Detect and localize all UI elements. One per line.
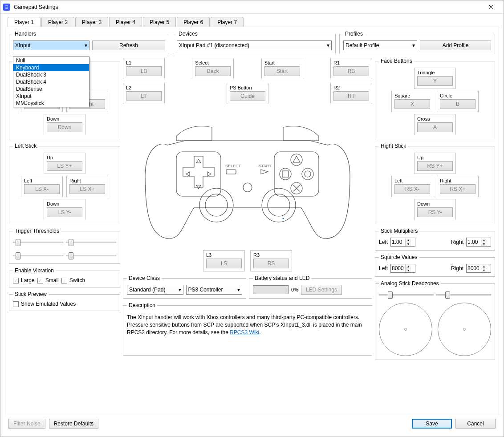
dpad-down-label: Down <box>47 116 82 121</box>
ps-label: PS Button <box>230 85 265 90</box>
ls-right-button[interactable]: LS X+ <box>69 184 105 194</box>
vibration-small-check[interactable]: ✓Small <box>37 277 59 283</box>
square-label: Square <box>394 93 430 98</box>
handler-opt-mmjoystick[interactable]: MMJoystick <box>13 100 89 107</box>
tab-player-7[interactable]: Player 7 <box>211 17 244 28</box>
ps-button[interactable]: Guide <box>230 91 265 101</box>
rs-left-label: Left <box>394 178 430 183</box>
spin-up-icon[interactable]: ▲ <box>481 264 487 268</box>
filter-noise-button[interactable]: Filter Noise <box>8 419 45 429</box>
save-button[interactable]: Save <box>412 419 452 429</box>
r3-button[interactable]: RS <box>253 259 289 268</box>
rs-up-button[interactable]: RS Y+ <box>417 161 453 171</box>
ls-down-button[interactable]: LS Y- <box>47 207 82 217</box>
start-button[interactable]: Start <box>264 66 300 76</box>
handler-combo[interactable]: XInput ▾ <box>13 40 89 50</box>
device-class-value: Standard (Pad) <box>129 287 165 293</box>
mult-left-input[interactable] <box>391 239 405 245</box>
r1-button[interactable]: RB <box>333 66 369 76</box>
add-profile-button[interactable]: Add Profile <box>420 40 491 50</box>
vibration-large-check[interactable]: ✓Large <box>13 277 35 283</box>
led-settings-button[interactable]: LED Settings <box>301 285 342 295</box>
spin-down-icon[interactable]: ▼ <box>481 242 487 246</box>
handler-selected: XInput <box>15 42 31 49</box>
ls-left-label: Left <box>24 178 60 183</box>
cross-button[interactable]: A <box>417 122 453 132</box>
device-class-combo[interactable]: Standard (Pad)▾ <box>127 285 183 295</box>
ls-up-button[interactable]: LS Y+ <box>47 161 82 171</box>
deadzones-group: Analog Stick Deadzones <box>375 280 495 360</box>
mult-right-spin[interactable]: ▲▼ <box>466 238 491 247</box>
tab-player-1[interactable]: Player 1 <box>8 17 41 28</box>
spin-down-icon[interactable]: ▼ <box>481 268 487 272</box>
refresh-button[interactable]: Refresh <box>92 40 165 50</box>
svg-point-6 <box>302 168 313 180</box>
show-emulated-check[interactable]: Show Emulated Values <box>13 301 116 307</box>
tab-player-6[interactable]: Player 6 <box>177 17 210 28</box>
l1-button[interactable]: LB <box>126 66 162 76</box>
chevron-down-icon: ▾ <box>237 287 240 293</box>
device-product-combo[interactable]: PS3 Controller▾ <box>186 285 243 295</box>
handler-opt-null[interactable]: Null <box>13 57 89 64</box>
left-trigger-slider-2[interactable] <box>13 251 63 260</box>
rpcs3-wiki-link[interactable]: RPCS3 Wiki <box>230 329 259 336</box>
handler-opt-dualsense[interactable]: DualSense <box>13 85 89 93</box>
square-button[interactable]: X <box>394 99 430 109</box>
tab-player-2[interactable]: Player 2 <box>41 17 74 28</box>
l3-button[interactable]: LS <box>206 259 242 268</box>
mult-right-label: Right <box>451 239 463 245</box>
left-trigger-slider[interactable] <box>13 238 63 247</box>
ls-left-button[interactable]: LS X- <box>24 184 60 194</box>
squircle-right-spin[interactable]: ▲▼ <box>466 264 491 273</box>
cancel-button[interactable]: Cancel <box>455 419 496 429</box>
device-class-legend: Device Class <box>127 275 162 281</box>
spin-up-icon[interactable]: ▲ <box>406 238 411 242</box>
spin-down-icon[interactable]: ▼ <box>406 242 411 246</box>
profile-combo[interactable]: Default Profile ▾ <box>343 40 417 50</box>
spin-up-icon[interactable]: ▲ <box>481 238 487 242</box>
vibration-switch-check[interactable]: Switch <box>61 277 85 283</box>
close-button[interactable] <box>481 1 501 13</box>
spin-up-icon[interactable]: ▲ <box>406 264 411 268</box>
tab-player-5[interactable]: Player 5 <box>143 17 176 28</box>
device-combo[interactable]: XInput Pad #1 (disconnected) ▾ <box>177 40 332 50</box>
svg-point-4 <box>280 168 291 180</box>
handler-opt-ds4[interactable]: DualShock 4 <box>13 78 89 85</box>
restore-defaults-button[interactable]: Restore Defaults <box>49 419 98 429</box>
ls-right-label: Right <box>69 178 105 183</box>
r2-button[interactable]: RT <box>333 91 369 101</box>
rs-right-button[interactable]: RS X+ <box>440 184 476 194</box>
rs-left-button[interactable]: RS X- <box>394 184 430 194</box>
right-trigger-slider[interactable] <box>66 238 116 247</box>
mult-left-spin[interactable]: ▲▼ <box>390 238 415 247</box>
handler-dropdown[interactable]: Null Keyboard DualShock 3 DualShock 4 Du… <box>13 57 89 107</box>
deadzone-right-slider[interactable] <box>436 290 491 299</box>
dpad-down-button[interactable]: Down <box>47 122 82 132</box>
deadzone-legend: Analog Stick Deadzones <box>379 280 441 287</box>
handler-opt-ds3[interactable]: DualShock 3 <box>13 71 89 78</box>
titlebar[interactable]: Gamepad Settings <box>0 0 504 14</box>
mult-right-input[interactable] <box>467 239 481 245</box>
description-text: The XInput handler will work with Xbox c… <box>127 314 368 336</box>
squircle-left-input[interactable] <box>391 265 405 271</box>
squircle-right-input[interactable] <box>467 265 481 271</box>
deadzone-left-slider[interactable] <box>379 290 434 299</box>
profile-selected: Default Profile <box>345 42 379 49</box>
tab-player-4[interactable]: Player 4 <box>109 17 142 28</box>
squircle-right-label: Right <box>451 265 463 271</box>
select-button[interactable]: Back <box>195 66 231 76</box>
squircle-left-spin[interactable]: ▲▼ <box>390 264 415 273</box>
start-label: Start <box>264 60 300 65</box>
circle-button[interactable]: B <box>440 99 476 109</box>
tab-player-3[interactable]: Player 3 <box>75 17 108 28</box>
handler-opt-xinput[interactable]: XInput <box>13 93 89 100</box>
squircle-left-label: Left <box>379 265 388 271</box>
right-trigger-slider-2[interactable] <box>66 251 116 260</box>
deadzone-right-preview <box>438 303 491 356</box>
squircle-group: Squircle Values Left ▲▼ Right ▲▼ <box>375 254 495 277</box>
handler-opt-keyboard[interactable]: Keyboard <box>13 64 89 71</box>
spin-down-icon[interactable]: ▼ <box>406 268 411 272</box>
triangle-button[interactable]: Y <box>417 76 453 86</box>
l2-button[interactable]: LT <box>126 91 162 101</box>
rs-down-button[interactable]: RS Y- <box>417 207 453 217</box>
